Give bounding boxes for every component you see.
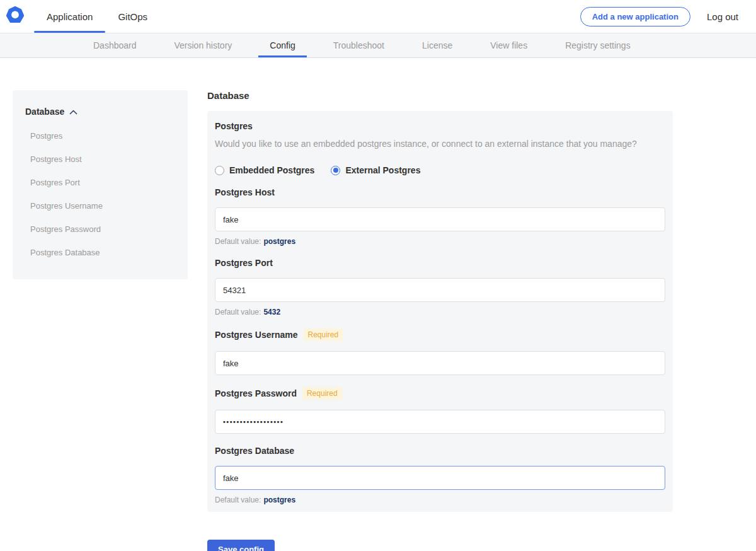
chevron-up-icon — [69, 107, 77, 117]
field-postgres-database: Postgres Database — [215, 446, 665, 456]
sidebar-item-postgres-host[interactable]: Postgres Host — [30, 148, 175, 171]
app-logo — [0, 0, 34, 33]
default-value-prefix: Default value: — [215, 237, 261, 246]
sidebar-group-label: Database — [25, 107, 64, 117]
subnav-tab-view-files[interactable]: View files — [471, 33, 546, 57]
postgres-host-input[interactable] — [215, 207, 665, 231]
tab-gitops-label: GitOps — [118, 11, 147, 22]
radio-external-label: External Postgres — [345, 165, 420, 175]
sidebar-item-postgres-port[interactable]: Postgres Port — [30, 171, 175, 194]
top-navbar: Application GitOps Add a new application… — [0, 0, 756, 33]
field-label: Postgres Username — [215, 330, 298, 340]
postgres-password-input[interactable] — [215, 410, 665, 434]
field-postgres-port: Postgres Port — [215, 258, 665, 268]
subnav-tab-label: View files — [490, 40, 527, 50]
subnav-tab-label: Config — [270, 40, 295, 50]
postgres-username-input[interactable] — [215, 351, 665, 375]
section-heading: Database — [207, 90, 673, 101]
topnav-right: Add a new application Log out — [580, 0, 756, 33]
postgres-mode-radio-group: Embedded Postgres External Postgres — [215, 165, 665, 175]
subnav-tab-registry-settings[interactable]: Registry settings — [546, 33, 649, 57]
required-badge: Required — [304, 328, 343, 341]
default-value: postgres — [263, 496, 295, 504]
default-value-line: Default value:postgres — [215, 237, 665, 246]
radio-circle-icon — [331, 166, 340, 175]
subnav-tab-label: License — [422, 40, 452, 50]
tab-gitops[interactable]: GitOps — [105, 0, 160, 33]
config-sidebar: Database Postgres Postgres Host Postgres… — [13, 90, 188, 279]
radio-embedded-label: Embedded Postgres — [229, 165, 314, 175]
tab-application-label: Application — [47, 11, 93, 22]
topnav-tabs: Application GitOps — [34, 0, 160, 33]
config-page: Database Postgres Postgres Host Postgres… — [0, 58, 756, 551]
field-label: Postgres Database — [215, 446, 294, 456]
subnav-tab-license[interactable]: License — [403, 33, 471, 57]
field-postgres-username: Postgres Username Required — [215, 328, 665, 341]
radio-external-postgres[interactable]: External Postgres — [331, 165, 420, 175]
radio-embedded-postgres[interactable]: Embedded Postgres — [215, 165, 314, 175]
sidebar-group-database[interactable]: Database — [25, 107, 175, 117]
postgres-database-input[interactable] — [215, 466, 665, 490]
field-label: Postgres Password — [215, 388, 297, 398]
kots-logo-icon — [6, 6, 24, 26]
save-config-button[interactable]: Save config — [207, 540, 275, 551]
database-config-panel: Postgres Would you like to use an embedd… — [207, 111, 673, 512]
sidebar-item-postgres-database[interactable]: Postgres Database — [30, 241, 175, 264]
subnav-tab-label: Troubleshoot — [333, 40, 384, 50]
sidebar-item-postgres[interactable]: Postgres — [30, 124, 175, 148]
postgres-help-text: Would you like to use an embedded postgr… — [215, 139, 665, 149]
default-value: postgres — [263, 237, 295, 246]
default-value-prefix: Default value: — [215, 308, 261, 316]
default-value: 5432 — [263, 308, 280, 316]
config-main: Database Postgres Would you like to use … — [207, 90, 673, 551]
subnav-tab-label: Dashboard — [93, 40, 137, 50]
app-subnav: Dashboard Version history Config Trouble… — [0, 33, 756, 58]
subnav-tab-config[interactable]: Config — [251, 33, 314, 57]
subnav-tab-label: Version history — [175, 40, 232, 50]
tab-application[interactable]: Application — [34, 0, 105, 33]
field-label: Postgres Host — [215, 187, 275, 197]
subnav-tab-troubleshoot[interactable]: Troubleshoot — [314, 33, 403, 57]
sidebar-item-postgres-username[interactable]: Postgres Username — [30, 194, 175, 218]
subnav-tab-dashboard[interactable]: Dashboard — [74, 33, 156, 57]
sidebar-item-postgres-password[interactable]: Postgres Password — [30, 218, 175, 241]
default-value-line: Default value:5432 — [215, 308, 665, 316]
postgres-group-label: Postgres — [215, 121, 665, 131]
add-new-application-button[interactable]: Add a new application — [580, 7, 690, 26]
default-value-line: Default value:postgres — [215, 496, 665, 504]
field-postgres-password: Postgres Password Required — [215, 387, 665, 400]
radio-circle-icon — [215, 166, 224, 175]
field-label: Postgres Port — [215, 258, 273, 268]
subnav-tab-version-history[interactable]: Version history — [156, 33, 251, 57]
field-postgres-host: Postgres Host — [215, 187, 665, 197]
postgres-port-input[interactable] — [215, 278, 665, 302]
logout-button[interactable]: Log out — [707, 11, 738, 22]
required-badge: Required — [302, 387, 342, 400]
default-value-prefix: Default value: — [215, 496, 261, 504]
subnav-tab-label: Registry settings — [565, 40, 630, 50]
